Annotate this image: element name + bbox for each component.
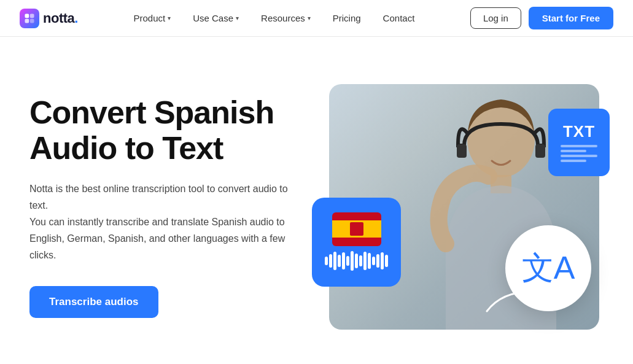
audio-wave — [325, 250, 388, 272]
nav-item-pricing[interactable]: Pricing — [324, 8, 370, 28]
wave-bar-13 — [381, 252, 384, 269]
coat-of-arms — [350, 222, 363, 236]
wave-bar-1 — [329, 254, 332, 268]
hero-title: Convert Spanish Audio to Text — [29, 95, 300, 165]
nav-item-resources[interactable]: Resources ▾ — [252, 8, 319, 28]
txt-line-3 — [561, 155, 597, 157]
wave-bar-7 — [355, 254, 358, 268]
wave-bar-0 — [325, 257, 328, 265]
txt-lines — [561, 145, 597, 162]
wave-bar-14 — [385, 255, 388, 267]
svg-rect-2 — [25, 18, 29, 23]
logo-icon — [20, 9, 39, 28]
svg-rect-5 — [457, 144, 467, 158]
nav-item-product[interactable]: Product ▾ — [125, 8, 179, 28]
txt-label: TXT — [563, 122, 595, 141]
login-button[interactable]: Log in — [470, 7, 521, 29]
txt-line-1 — [561, 145, 597, 147]
svg-rect-1 — [30, 14, 34, 18]
spanish-flag-card — [312, 198, 401, 287]
flag-yellow-stripe — [332, 220, 381, 238]
spain-flag — [332, 212, 381, 246]
wave-bar-4 — [342, 252, 345, 269]
nav-actions: Log in Start for Free — [470, 7, 613, 29]
wave-bar-6 — [351, 251, 354, 271]
svg-rect-6 — [535, 144, 545, 158]
nav-item-contact[interactable]: Contact — [375, 8, 424, 28]
svg-rect-0 — [25, 14, 29, 18]
wave-bar-3 — [338, 255, 341, 267]
chevron-down-icon: ▾ — [308, 15, 311, 21]
wave-bar-11 — [372, 257, 375, 265]
flag-red-stripe-top — [332, 212, 381, 221]
hero-content: Convert Spanish Audio to Text Notta is t… — [29, 95, 324, 317]
flag-red-stripe-bottom — [332, 238, 381, 246]
wave-bar-5 — [346, 256, 349, 266]
logo-text: notta. — [43, 10, 78, 26]
wave-bar-9 — [363, 252, 367, 270]
start-free-button[interactable]: Start for Free — [529, 7, 613, 29]
logo-svg — [23, 12, 36, 25]
chevron-down-icon: ▾ — [168, 15, 171, 21]
nav-links: Product ▾ Use Case ▾ Resources ▾ Pricing… — [125, 8, 423, 28]
arrow-curve-icon — [481, 281, 554, 317]
logo[interactable]: notta. — [20, 9, 78, 28]
navbar: notta. Product ▾ Use Case ▾ Resources ▾ … — [0, 0, 633, 37]
hero-description: Notta is the best online transcription t… — [29, 180, 300, 264]
transcribe-button[interactable]: Transcribe audios — [29, 286, 158, 318]
txt-line-4 — [561, 160, 586, 162]
wave-bar-12 — [376, 254, 379, 268]
hero-section: Convert Spanish Audio to Text Notta is t… — [0, 37, 633, 364]
wave-bar-8 — [359, 255, 362, 266]
chevron-down-icon: ▾ — [236, 15, 239, 21]
hero-illustration: 文A TXT — [324, 78, 604, 336]
wave-bar-10 — [368, 253, 371, 269]
wave-bar-2 — [333, 252, 336, 270]
txt-line-2 — [561, 150, 586, 152]
nav-item-usecase[interactable]: Use Case ▾ — [184, 8, 247, 28]
txt-card: TXT — [548, 109, 610, 176]
svg-rect-3 — [30, 18, 34, 23]
